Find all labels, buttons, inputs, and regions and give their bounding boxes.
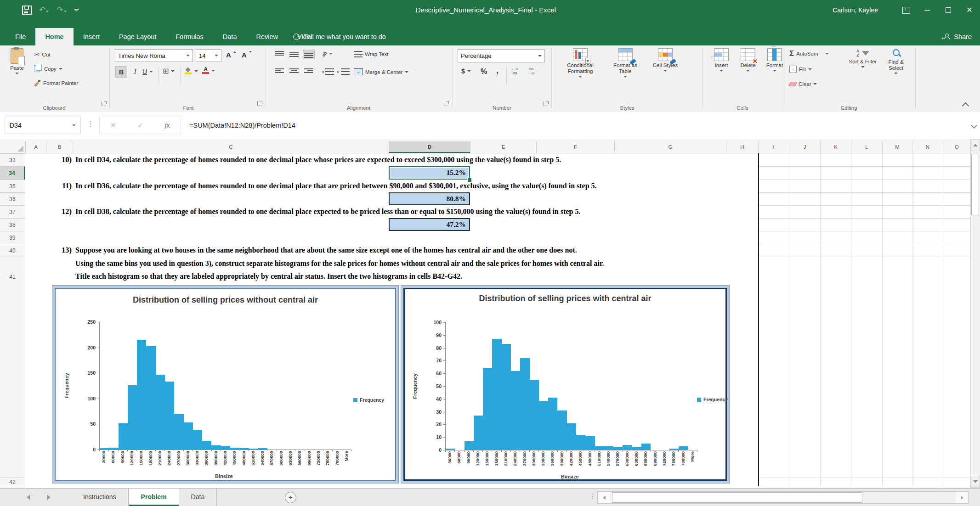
column-header-e[interactable]: E	[470, 141, 536, 153]
cut-button[interactable]: ✂Cut	[34, 51, 50, 58]
underline-button[interactable]: U	[142, 68, 153, 75]
next-sheet-icon[interactable]	[47, 495, 51, 500]
cancel-formula-icon[interactable]: ✕	[110, 121, 116, 129]
minimize-button[interactable]	[917, 0, 938, 20]
name-box[interactable]: D34	[5, 117, 81, 134]
row-header-39[interactable]: 39	[0, 231, 25, 244]
number-format-select[interactable]: Percentage	[458, 49, 545, 62]
paste-button[interactable]: Paste	[6, 48, 28, 74]
increase-decimal-button[interactable]: ←.0.00	[511, 67, 518, 75]
save-icon[interactable]	[22, 6, 32, 15]
row-header-38[interactable]: 38	[0, 218, 25, 231]
row-header-36[interactable]: 36	[0, 192, 25, 205]
clipboard-dialog-launcher[interactable]	[102, 101, 106, 106]
chart-without-central-air[interactable]: Distribution of selling prices without c…	[52, 285, 399, 484]
wrap-text-button[interactable]: ↩Wrap Text	[354, 51, 388, 57]
font-dialog-launcher[interactable]	[257, 101, 262, 106]
collapse-ribbon-icon[interactable]	[962, 102, 969, 110]
borders-button[interactable]: ⊞	[163, 67, 175, 75]
scroll-down-button[interactable]	[971, 476, 980, 488]
font-color-button[interactable]: A	[202, 67, 215, 74]
conditional-formatting-button[interactable]: Conditional Formatting	[559, 48, 602, 78]
increase-indent-button[interactable]: ▸	[337, 68, 350, 75]
row-header-35[interactable]: 35	[0, 180, 25, 192]
align-right-button[interactable]	[303, 67, 314, 76]
sort-filter-button[interactable]: AZ Sort & Filter	[848, 49, 878, 68]
decrease-decimal-button[interactable]: .00→.0	[527, 67, 534, 75]
insert-function-icon[interactable]: fx	[164, 121, 170, 129]
row-header-33[interactable]: 33	[0, 153, 25, 166]
copy-button[interactable]: Copy	[34, 65, 62, 72]
cell-styles-button[interactable]: Cell Styles	[648, 48, 683, 72]
ribbon-display-options-button[interactable]	[895, 0, 917, 20]
bottom-align-button[interactable]	[303, 50, 314, 59]
column-header-n[interactable]: N	[912, 141, 943, 153]
top-align-button[interactable]	[274, 50, 285, 59]
tab-bar-splitter[interactable]: ⋮	[589, 492, 596, 500]
format-painter-button[interactable]: Format Painter	[34, 79, 78, 86]
alignment-dialog-launcher[interactable]	[444, 101, 448, 106]
clear-button[interactable]: Clear	[789, 81, 817, 87]
delete-cells-button[interactable]: Delete	[736, 48, 760, 72]
format-as-table-button[interactable]: Format as Table	[606, 48, 644, 78]
insert-cells-button[interactable]: Insert	[709, 48, 733, 72]
restore-button[interactable]	[938, 0, 959, 20]
column-header-f[interactable]: F	[536, 141, 614, 153]
share-button[interactable]: + Share	[943, 28, 972, 45]
column-header-j[interactable]: J	[789, 141, 820, 153]
number-dialog-launcher[interactable]	[544, 101, 548, 106]
comma-style-button[interactable]: ,	[496, 66, 498, 75]
expand-formula-bar-icon[interactable]	[971, 122, 977, 129]
column-header-c[interactable]: C	[73, 141, 389, 153]
vertical-scrollbar[interactable]	[970, 139, 980, 488]
scroll-left-button[interactable]	[598, 492, 610, 503]
formula-bar-splitter[interactable]: ⋮	[87, 120, 94, 128]
cell-d38[interactable]: 47.2%	[389, 218, 470, 231]
column-header-k[interactable]: K	[820, 141, 851, 153]
undo-button[interactable]: ↶	[39, 6, 49, 14]
font-name-select[interactable]: Times New Roma	[115, 49, 193, 62]
find-select-button[interactable]: Find & Select	[881, 49, 911, 74]
menu-tab-file[interactable]: File	[6, 28, 35, 45]
fill-button[interactable]: ↓Fill	[789, 66, 812, 73]
menu-tab-home[interactable]: Home	[35, 28, 73, 45]
menu-tab-formulas[interactable]: Formulas	[166, 28, 213, 45]
percent-style-button[interactable]: %	[481, 67, 487, 76]
merge-center-button[interactable]: ↔Merge & Center	[354, 68, 408, 75]
menu-tab-insert[interactable]: Insert	[74, 28, 109, 45]
menu-tab-data[interactable]: Data	[213, 28, 247, 45]
italic-button[interactable]: I	[130, 67, 141, 78]
column-header-o[interactable]: O	[943, 141, 970, 153]
shrink-font-button[interactable]: A	[242, 51, 252, 59]
column-header-i[interactable]: I	[758, 141, 789, 153]
row-header-40[interactable]: 40	[0, 244, 25, 257]
align-left-button[interactable]	[274, 67, 285, 76]
fill-color-button[interactable]	[185, 67, 198, 74]
row-header-34[interactable]: 34	[0, 166, 25, 180]
grow-font-button[interactable]: A	[226, 51, 236, 59]
column-header-b[interactable]: B	[46, 141, 73, 153]
row-header-42[interactable]: 42	[0, 478, 25, 486]
column-header-m[interactable]: M	[882, 141, 912, 153]
sheet-tab-problem[interactable]: Problem	[129, 489, 179, 506]
customize-qat-icon[interactable]	[74, 9, 79, 12]
horizontal-scroll-thumb[interactable]	[612, 492, 862, 503]
column-header-a[interactable]: A	[25, 141, 46, 153]
worksheet-grid[interactable]: 10) In cell D34, calculate the percentag…	[0, 153, 980, 488]
close-button[interactable]: ✕	[959, 0, 980, 20]
cell-d36[interactable]: 80.8%	[389, 192, 470, 205]
previous-sheet-icon[interactable]	[27, 495, 30, 500]
autosum-button[interactable]: ΣAutoSum	[789, 50, 829, 57]
vertical-scroll-thumb[interactable]	[971, 155, 979, 215]
accounting-format-button[interactable]: $	[461, 67, 471, 75]
bold-button[interactable]: B	[116, 67, 127, 78]
user-name[interactable]: Carlson, Kaylee	[833, 6, 878, 14]
new-sheet-button[interactable]: +	[285, 492, 296, 503]
column-header-h[interactable]: H	[726, 141, 758, 153]
font-size-select[interactable]: 14	[196, 49, 221, 62]
cell-d34[interactable]: 15.2%	[389, 166, 470, 180]
column-header-g[interactable]: G	[614, 141, 726, 153]
menu-tab-page-layout[interactable]: Page Layout	[109, 28, 166, 45]
decrease-indent-button[interactable]: ◂	[322, 68, 334, 75]
chart-with-central-air[interactable]: Distribution of selling prices with cent…	[401, 285, 730, 484]
